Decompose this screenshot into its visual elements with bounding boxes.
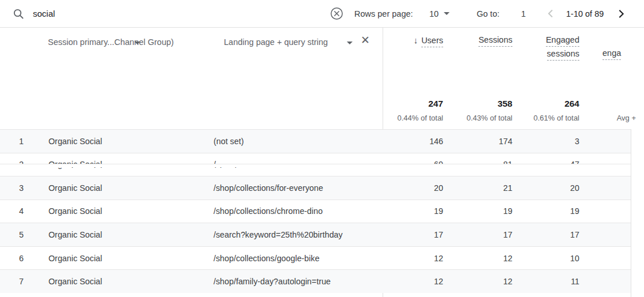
- partial-row-clip: 8 Organic Social /shop/…: [0, 164, 631, 168]
- cell-engaged-sessions: 19: [512, 206, 579, 216]
- row-number: 7: [0, 277, 48, 286]
- cell-channel-group: Organic Social: [48, 230, 214, 239]
- cell-channel-group: Organic Social: [48, 183, 214, 193]
- column-header-sessions[interactable]: Sessions: [478, 35, 512, 47]
- table-row[interactable]: 7 Organic Social /shop/family-day?autolo…: [0, 269, 631, 293]
- total-avg-engagement-clipped: Avg +: [617, 114, 636, 122]
- cell-channel-group: Organic Social: [48, 206, 214, 216]
- total-sessions: 358: [497, 99, 512, 109]
- remove-dimension-icon[interactable]: ✕: [361, 35, 370, 46]
- cell-users: 12: [383, 254, 443, 263]
- cell-sessions: 12: [443, 254, 512, 263]
- next-page-icon[interactable]: [616, 0, 626, 27]
- cell-landing-page: /shop/family-day?autologin=true: [214, 277, 383, 286]
- total-sessions-subtitle: 0.43% of total: [467, 114, 513, 122]
- table-row[interactable]: 5 Organic Social /search?keyword=25th%20…: [0, 223, 631, 246]
- ga4-table-panel: social Rows per page: 10 Go to: 1 1-10 o…: [0, 0, 644, 297]
- cell-sessions: 174: [443, 137, 512, 146]
- table-row[interactable]: 8 Organic Social /shop/…: [0, 164, 631, 168]
- row-number: 4: [0, 206, 48, 216]
- cell-users: 12: [383, 277, 443, 286]
- dimension-header-channel-group[interactable]: Session primary...Channel Group): [48, 37, 174, 47]
- cell-sessions: 19: [443, 206, 512, 216]
- chevron-down-icon: [444, 12, 450, 15]
- goto-page-label: Go to:: [477, 0, 500, 27]
- clear-search-icon[interactable]: [330, 0, 343, 27]
- cell-sessions: 21: [443, 183, 512, 193]
- goto-page-input[interactable]: 1: [521, 0, 526, 27]
- column-header-avg-engagement-clipped[interactable]: enga: [602, 48, 631, 60]
- landing-page-dropdown-icon[interactable]: [347, 42, 353, 44]
- row-number: 5: [0, 230, 48, 239]
- table-row[interactable]: 3 Organic Social /shop/collections/for-e…: [0, 176, 631, 200]
- total-engaged-subtitle: 0.61% of total: [534, 114, 580, 122]
- cell-engaged-sessions: 17: [512, 230, 579, 239]
- cell-sessions: 12: [443, 277, 512, 286]
- search-input[interactable]: social: [33, 0, 55, 27]
- row-number: 6: [0, 254, 48, 263]
- column-header-users[interactable]: ↓Users: [414, 35, 443, 47]
- cell-channel-group: Organic Social: [48, 254, 214, 263]
- cell-engaged-sessions: 20: [512, 183, 579, 193]
- channel-group-dropdown-icon[interactable]: [134, 42, 140, 44]
- rows-per-page-value: 10: [429, 9, 439, 18]
- rows-per-page-label: Rows per page:: [354, 0, 413, 27]
- search-icon[interactable]: [13, 0, 24, 27]
- table-row[interactable]: 6 Organic Social /shop/collections/googl…: [0, 246, 631, 270]
- cell-engaged-sessions: 11: [512, 277, 579, 286]
- sort-descending-icon[interactable]: ↓: [414, 35, 418, 45]
- cell-users: 19: [383, 206, 443, 216]
- cell-landing-page: /search?keyword=25th%20birthday: [214, 230, 383, 239]
- cell-landing-page: (not set): [214, 137, 383, 146]
- cell-users: 17: [383, 230, 443, 239]
- table-body: 1 Organic Social (not set) 146 174 3 2 O…: [0, 129, 631, 293]
- cell-users: 146: [383, 137, 443, 146]
- cell-landing-page: /shop/…: [214, 166, 383, 168]
- partial-row-host: 8 Organic Social /shop/…: [0, 164, 631, 168]
- cell-channel-group: Organic Social: [48, 277, 214, 286]
- cell-landing-page: /shop/collections/chrome-dino: [214, 206, 383, 216]
- previous-page-icon[interactable]: [546, 0, 556, 27]
- pagination-range: 1-10 of 89: [566, 0, 604, 27]
- cell-sessions: 17: [443, 230, 512, 239]
- right-column-divider: [631, 129, 631, 297]
- dimension-header-landing-page[interactable]: Landing page + query string: [224, 37, 328, 47]
- cell-engaged-sessions: 3: [512, 137, 579, 146]
- cell-landing-page: /shop/collections/for-everyone: [214, 183, 383, 193]
- table-row[interactable]: 4 Organic Social /shop/collections/chrom…: [0, 200, 631, 223]
- cell-engaged-sessions: 10: [512, 254, 579, 263]
- total-users: 247: [428, 99, 443, 109]
- row-number: 1: [0, 137, 48, 146]
- total-engaged-sessions: 264: [564, 99, 579, 109]
- table-row[interactable]: 1 Organic Social (not set) 146 174 3: [0, 129, 631, 153]
- cell-users: 20: [383, 183, 443, 193]
- table-toolbar: social Rows per page: 10 Go to: 1 1-10 o…: [0, 0, 644, 28]
- table-header: Session primary...Channel Group) Landing…: [0, 28, 644, 129]
- row-number: 3: [0, 183, 48, 193]
- column-header-engaged-sessions[interactable]: Engaged sessions: [546, 35, 579, 61]
- cell-channel-group: Organic Social: [48, 166, 214, 168]
- total-users-subtitle: 0.44% of total: [398, 114, 444, 122]
- cell-landing-page: /shop/collections/google-bike: [214, 254, 383, 263]
- cell-channel-group: Organic Social: [48, 137, 214, 146]
- rows-per-page-select[interactable]: 10: [429, 0, 450, 27]
- row-number: 8: [0, 166, 48, 168]
